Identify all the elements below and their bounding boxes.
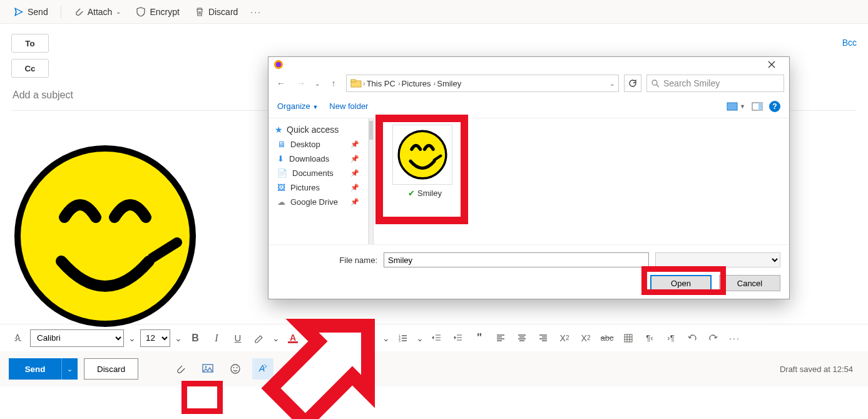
chevron-down-icon[interactable]: ⌄ — [305, 333, 314, 343]
breadcrumb-smiley[interactable]: Smiley — [437, 79, 461, 88]
bullets-button[interactable] — [360, 329, 378, 347]
dialog-titlebar — [268, 57, 789, 72]
view-button[interactable]: ▼ — [727, 102, 745, 111]
font-dropdown-icon[interactable] — [9, 329, 26, 347]
close-button[interactable] — [759, 57, 784, 72]
draft-saved-label: Draft saved at 12:54 — [780, 365, 859, 374]
file-type-filter[interactable] — [655, 252, 780, 267]
more-button-top[interactable]: ··· — [247, 4, 265, 19]
discard-button-top[interactable]: Discard — [188, 4, 244, 19]
breadcrumb-this-pc[interactable]: This PC› — [367, 79, 401, 88]
align-left-button[interactable] — [492, 329, 509, 347]
bold-button[interactable]: B — [186, 329, 204, 347]
font-color-button[interactable]: A — [284, 329, 302, 347]
dialog-nav: ← → ⌄ ↑ › This PC› Pictures› Smiley ⌄ Se… — [268, 72, 789, 95]
sidebar-pictures[interactable]: 🖼Pictures📌 — [268, 180, 368, 195]
attach-button[interactable]: Attach ⌄ — [68, 4, 128, 19]
chevron-down-icon[interactable]: ⌄ — [382, 333, 391, 343]
firefox-icon — [273, 59, 283, 70]
send-button-top[interactable]: Send — [8, 4, 54, 19]
quote-button[interactable]: " — [471, 329, 488, 347]
insert-link-button[interactable] — [318, 329, 335, 347]
preview-pane-button[interactable] — [752, 102, 763, 111]
breadcrumb-pictures[interactable]: Pictures› — [402, 79, 436, 88]
back-button[interactable]: ← — [273, 76, 288, 91]
svg-point-0 — [18, 148, 193, 324]
file-smiley[interactable]: ✔ Smiley — [392, 125, 457, 198]
recent-dropdown[interactable]: ⌄ — [314, 76, 321, 91]
address-bar[interactable]: › This PC› Pictures› Smiley ⌄ — [346, 75, 619, 92]
to-button[interactable]: To — [11, 34, 49, 53]
clear-format-button[interactable] — [339, 329, 357, 347]
desktop-icon: 🖥 — [277, 140, 285, 149]
more-format-button[interactable]: ··· — [726, 329, 743, 347]
subscript-button[interactable]: X2 — [577, 329, 595, 347]
ellipsis-icon: ··· — [729, 333, 740, 343]
chevron-down-icon[interactable]: ⌄ — [128, 333, 136, 343]
more-bottom-button[interactable]: ··· — [280, 358, 301, 380]
align-center-button[interactable] — [513, 329, 531, 347]
svg-point-18 — [652, 80, 657, 85]
chevron-down-icon[interactable]: ⌄ — [174, 333, 183, 343]
attach-inline-button[interactable] — [170, 358, 191, 380]
filename-input[interactable] — [384, 252, 649, 267]
outdent-button[interactable] — [428, 329, 446, 347]
cc-button[interactable]: Cc — [11, 59, 49, 78]
to-input[interactable] — [55, 34, 857, 53]
indent-button[interactable] — [449, 329, 467, 347]
italic-button[interactable]: I — [208, 329, 225, 347]
send-options-button[interactable]: ⌄ — [61, 358, 78, 380]
send-button[interactable]: Send — [9, 358, 61, 380]
cancel-button[interactable]: Cancel — [719, 275, 780, 291]
font-select[interactable]: Calibri — [30, 329, 124, 347]
help-button[interactable]: ? — [769, 101, 780, 112]
search-icon — [651, 79, 660, 88]
shield-icon — [136, 7, 146, 17]
ltr-button[interactable]: ¶‹ — [641, 329, 658, 347]
open-button[interactable]: Open — [650, 275, 712, 291]
numbering-button[interactable]: 123 — [394, 329, 412, 347]
emoji-button[interactable] — [225, 358, 246, 380]
pictures-icon: 🖼 — [277, 183, 285, 192]
chevron-down-icon[interactable]: ⌄ — [416, 333, 424, 343]
chevron-down-icon[interactable]: ⌄ — [272, 333, 280, 343]
sidebar-desktop[interactable]: 🖥Desktop📌 — [268, 137, 368, 152]
compose-toolbar: Send Attach ⌄ Encrypt Discard ··· — [0, 0, 868, 24]
trash-icon — [195, 7, 205, 17]
insert-picture-button[interactable] — [197, 358, 218, 380]
file-name-label: ✔ Smiley — [392, 189, 457, 198]
pin-icon: 📌 — [350, 155, 359, 163]
sidebar-google-drive[interactable]: ☁Google Drive📌 — [268, 195, 368, 209]
rtl-button[interactable]: ›¶ — [662, 329, 680, 347]
show-format-button[interactable]: A — [252, 358, 273, 380]
sidebar-documents[interactable]: 📄Documents📌 — [268, 166, 368, 180]
superscript-button[interactable]: X2 — [556, 329, 573, 347]
sidebar-downloads[interactable]: ⬇Downloads📌 — [268, 152, 368, 166]
strikethrough-button[interactable]: abc — [598, 329, 616, 347]
star-icon: ★ — [275, 125, 283, 135]
highlight-button[interactable] — [250, 329, 268, 347]
new-folder-button[interactable]: New folder — [329, 101, 368, 111]
font-size-select[interactable]: 12 — [140, 329, 170, 347]
align-right-button[interactable] — [534, 329, 552, 347]
refresh-button[interactable] — [624, 75, 641, 92]
scrollbar[interactable] — [369, 118, 374, 244]
undo-button[interactable] — [683, 329, 701, 347]
organize-menu[interactable]: Organize ▼ — [277, 101, 318, 111]
quick-access-header[interactable]: ★Quick access — [268, 122, 368, 137]
svg-rect-7 — [625, 334, 632, 342]
insert-table-button[interactable] — [620, 329, 637, 347]
dialog-file-list[interactable]: ✔ Smiley — [374, 118, 789, 244]
download-icon: ⬇ — [277, 154, 284, 163]
redo-button[interactable] — [705, 329, 722, 347]
bcc-link[interactable]: Bcc — [842, 38, 857, 48]
encrypt-button[interactable]: Encrypt — [130, 4, 185, 19]
chevron-down-icon[interactable]: ⌄ — [610, 80, 615, 87]
discard-button[interactable]: Discard — [84, 358, 138, 380]
underline-button[interactable]: U — [229, 329, 247, 347]
discard-label: Discard — [208, 7, 238, 17]
to-row: To Bcc — [11, 34, 857, 53]
search-box[interactable]: Search Smiley — [646, 75, 784, 92]
forward-button[interactable]: → — [294, 76, 309, 91]
up-button[interactable]: ↑ — [326, 76, 341, 91]
